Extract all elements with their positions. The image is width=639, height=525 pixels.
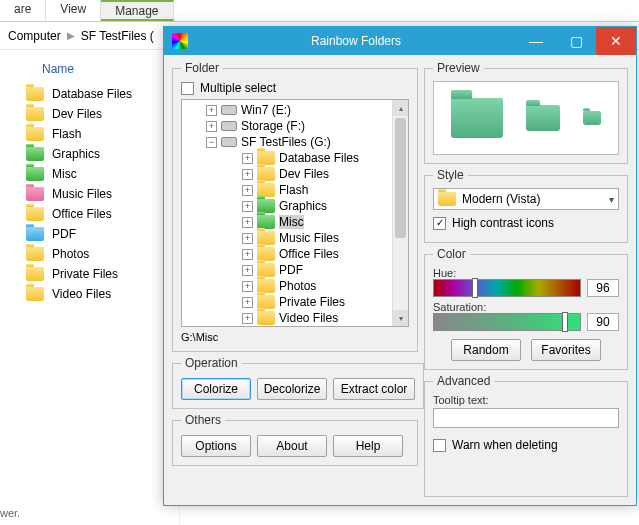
list-item[interactable]: Photos: [12, 244, 167, 264]
saturation-thumb[interactable]: [562, 312, 568, 332]
item-label: Dev Files: [52, 107, 102, 121]
tree-folder[interactable]: +Database Files: [200, 150, 408, 166]
expand-icon[interactable]: +: [242, 265, 253, 276]
item-label: Photos: [52, 247, 89, 261]
tree-folder[interactable]: +Dev Files: [200, 166, 408, 182]
tree-drive[interactable]: +Win7 (E:): [182, 102, 408, 118]
tree-folder[interactable]: +PDF: [200, 262, 408, 278]
tree-folder[interactable]: +Office Files: [200, 246, 408, 262]
extract-color-button[interactable]: Extract color: [333, 378, 415, 400]
maximize-button[interactable]: ▢: [556, 27, 596, 55]
tab-manage[interactable]: Manage: [101, 0, 173, 21]
scroll-up-icon[interactable]: ▴: [393, 100, 408, 116]
colorize-button[interactable]: Colorize: [181, 378, 251, 400]
tree-folder[interactable]: +Misc: [200, 214, 408, 230]
preview-box: [433, 81, 619, 155]
tab-share[interactable]: are: [0, 0, 46, 21]
multiple-select-checkbox[interactable]: [181, 82, 194, 95]
operation-legend: Operation: [181, 356, 242, 370]
folder-icon: [257, 279, 275, 293]
tree-scrollbar[interactable]: ▴ ▾: [392, 100, 408, 326]
style-dropdown[interactable]: Modern (Vista) ▾: [433, 188, 619, 210]
expand-icon[interactable]: +: [242, 281, 253, 292]
tree-drive[interactable]: +Storage (F:): [182, 118, 408, 134]
hue-value[interactable]: 96: [587, 279, 619, 297]
list-item[interactable]: Dev Files: [12, 104, 167, 124]
expand-icon[interactable]: +: [242, 297, 253, 308]
expand-icon[interactable]: +: [242, 313, 253, 324]
tree-folder[interactable]: +Photos: [200, 278, 408, 294]
expand-icon[interactable]: +: [242, 169, 253, 180]
random-button[interactable]: Random: [451, 339, 521, 361]
preview-folder-small-icon: [583, 111, 601, 125]
column-header-name[interactable]: Name: [42, 62, 167, 76]
list-item[interactable]: Music Files: [12, 184, 167, 204]
advanced-legend: Advanced: [433, 374, 494, 388]
expand-icon[interactable]: +: [206, 105, 217, 116]
scroll-thumb[interactable]: [395, 118, 406, 238]
warn-delete-checkbox[interactable]: [433, 439, 446, 452]
list-item[interactable]: Office Files: [12, 204, 167, 224]
favorites-button[interactable]: Favorites: [531, 339, 601, 361]
tree-folder[interactable]: +Video Files: [200, 310, 408, 326]
preview-folder-large-icon: [451, 98, 503, 138]
tree-label: Photos: [279, 279, 316, 293]
color-legend: Color: [433, 247, 470, 261]
style-value: Modern (Vista): [462, 192, 540, 206]
tree-drive[interactable]: −SF TestFiles (G:): [182, 134, 408, 150]
folder-icon: [26, 207, 44, 221]
expand-icon[interactable]: +: [242, 153, 253, 164]
titlebar[interactable]: Rainbow Folders — ▢ ✕: [164, 27, 636, 55]
list-item[interactable]: PDF: [12, 224, 167, 244]
options-button[interactable]: Options: [181, 435, 251, 457]
tooltip-label: Tooltip text:: [433, 394, 619, 406]
list-item[interactable]: Flash: [12, 124, 167, 144]
breadcrumb-item[interactable]: SF TestFiles (: [81, 29, 154, 43]
tab-view[interactable]: View: [46, 0, 101, 21]
hue-thumb[interactable]: [472, 278, 478, 298]
tree-folder[interactable]: +Flash: [200, 182, 408, 198]
scroll-down-icon[interactable]: ▾: [393, 310, 408, 326]
expand-icon[interactable]: +: [242, 201, 253, 212]
help-button[interactable]: Help: [333, 435, 403, 457]
about-button[interactable]: About: [257, 435, 327, 457]
expand-icon[interactable]: −: [206, 137, 217, 148]
others-group: Others Options About Help: [172, 413, 418, 466]
item-label: Graphics: [52, 147, 100, 161]
high-contrast-label: High contrast icons: [452, 216, 554, 230]
folder-icon: [26, 107, 44, 121]
list-item[interactable]: Database Files: [12, 84, 167, 104]
saturation-slider[interactable]: [433, 313, 581, 331]
item-label: Flash: [52, 127, 81, 141]
folder-icon: [26, 127, 44, 141]
tree-label: Database Files: [279, 151, 359, 165]
minimize-button[interactable]: —: [516, 27, 556, 55]
style-legend: Style: [433, 168, 468, 182]
decolorize-button[interactable]: Decolorize: [257, 378, 327, 400]
folder-tree[interactable]: +Win7 (E:)+Storage (F:)−SF TestFiles (G:…: [181, 99, 409, 327]
expand-icon[interactable]: +: [242, 233, 253, 244]
drive-icon: [221, 121, 237, 131]
tooltip-input[interactable]: [433, 408, 619, 428]
list-item[interactable]: Video Files: [12, 284, 167, 304]
high-contrast-checkbox[interactable]: [433, 217, 446, 230]
list-item[interactable]: Graphics: [12, 144, 167, 164]
expand-icon[interactable]: +: [206, 121, 217, 132]
list-item[interactable]: Private Files: [12, 264, 167, 284]
saturation-value[interactable]: 90: [587, 313, 619, 331]
expand-icon[interactable]: +: [242, 249, 253, 260]
tree-folder[interactable]: +Graphics: [200, 198, 408, 214]
close-button[interactable]: ✕: [596, 27, 636, 55]
list-item[interactable]: Misc: [12, 164, 167, 184]
item-label: Misc: [52, 167, 77, 181]
expand-icon[interactable]: +: [242, 217, 253, 228]
tree-label: Private Files: [279, 295, 345, 309]
folder-icon: [257, 199, 275, 213]
drive-icon: [221, 137, 237, 147]
folder-icon: [257, 311, 275, 325]
tree-folder[interactable]: +Private Files: [200, 294, 408, 310]
breadcrumb-item[interactable]: Computer: [8, 29, 61, 43]
hue-slider[interactable]: [433, 279, 581, 297]
tree-folder[interactable]: +Music Files: [200, 230, 408, 246]
expand-icon[interactable]: +: [242, 185, 253, 196]
